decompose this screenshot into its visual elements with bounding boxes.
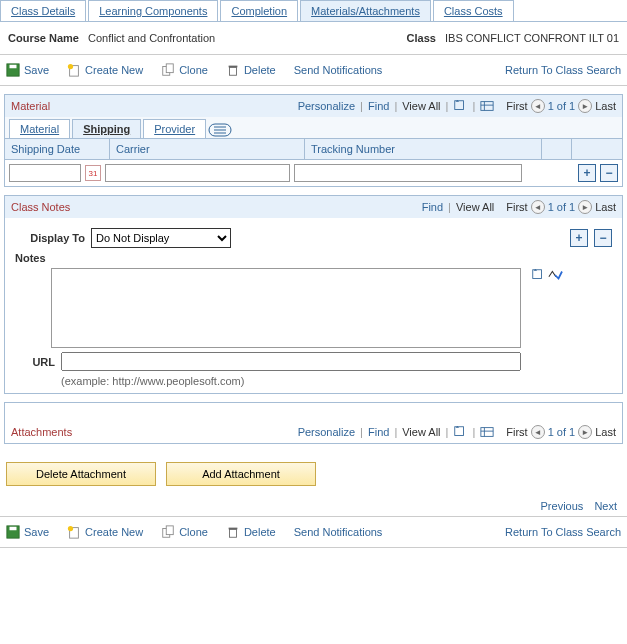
attach-prev-button[interactable]: ◄ [531,425,545,439]
class-notes-section: Class Notes Find | View All First ◄ 1 of… [4,195,623,394]
col-tracking[interactable]: Tracking Number [305,139,542,159]
attachments-section: Attachments Personalize | Find | View Al… [4,402,623,444]
tab-class-costs[interactable]: Class Costs [433,0,514,21]
class-notes-title: Class Notes [11,201,70,213]
create-new-button-bottom[interactable]: Create New [67,525,143,539]
course-name-label: Course Name [8,32,79,44]
delete-row-button[interactable]: − [600,164,618,182]
clone-button-bottom[interactable]: Clone [161,525,208,539]
notes-prev-button[interactable]: ◄ [531,200,545,214]
material-grid-header: Shipping Date Carrier Tracking Number [5,139,622,160]
delete-attachment-button[interactable]: Delete Attachment [6,462,156,486]
attach-view-all-link[interactable]: View All [402,426,440,438]
material-next-button[interactable]: ► [578,99,592,113]
material-grid-row: 31 + − [5,160,622,186]
col-shipping-date[interactable]: Shipping Date [5,139,110,159]
save-button-bottom[interactable]: Save [6,525,49,539]
add-attachment-button[interactable]: Add Attachment [166,462,316,486]
subtab-provider[interactable]: Provider [143,119,206,138]
material-section: Material Personalize | Find | View All |… [4,94,623,187]
notes-next-button[interactable]: ► [578,200,592,214]
send-notifications-link[interactable]: Send Notifications [294,64,383,76]
zoom-icon[interactable] [453,99,467,113]
notes-add-row-button[interactable]: + [570,229,588,247]
url-input[interactable] [61,352,521,371]
attach-first-link[interactable]: First [506,426,527,438]
grid-icon[interactable] [480,99,494,113]
attach-count: 1 of 1 [548,426,576,438]
send-notifications-link-bottom[interactable]: Send Notifications [294,526,383,538]
previous-link[interactable]: Previous [541,500,584,512]
url-label: URL [15,356,55,368]
shipping-date-input[interactable] [9,164,81,182]
svg-rect-26 [166,526,173,535]
spellcheck-icon[interactable] [547,268,563,282]
material-find-link[interactable]: Find [368,100,389,112]
page-tabs: Class Details Learning Components Comple… [0,0,627,22]
return-to-class-search-link[interactable]: Return To Class Search [505,64,621,76]
svg-rect-16 [533,270,542,279]
show-all-columns-icon[interactable] [208,122,236,138]
svg-rect-8 [455,101,464,110]
attach-next-button[interactable]: ► [578,425,592,439]
delete-button[interactable]: Delete [226,63,276,77]
create-new-button[interactable]: Create New [67,63,143,77]
zoom-notes-icon[interactable] [531,268,545,282]
calendar-icon[interactable]: 31 [85,165,101,181]
svg-rect-18 [481,428,493,437]
notes-view-all-link[interactable]: View All [456,201,494,213]
trash-icon [226,63,240,77]
action-toolbar-bottom: Save Create New Clone Delete Send Notifi… [0,516,627,548]
notes-find-link[interactable]: Find [422,201,443,213]
create-new-icon [67,63,81,77]
material-first-link[interactable]: First [506,100,527,112]
notes-textarea[interactable] [51,268,521,348]
tab-class-details[interactable]: Class Details [0,0,86,21]
svg-rect-28 [229,528,238,530]
svg-rect-7 [229,66,238,68]
delete-button-bottom[interactable]: Delete [226,525,276,539]
notes-label: Notes [15,252,55,264]
notes-first-link[interactable]: First [506,201,527,213]
clone-button[interactable]: Clone [161,63,208,77]
subtab-shipping[interactable]: Shipping [72,119,141,138]
display-to-label: Display To [15,232,85,244]
svg-point-3 [68,64,73,69]
material-view-all-link[interactable]: View All [402,100,440,112]
attachment-buttons: Delete Attachment Add Attachment [0,452,627,496]
tab-materials-attachments[interactable]: Materials/Attachments [300,0,431,21]
return-to-class-search-link-bottom[interactable]: Return To Class Search [505,526,621,538]
save-button[interactable]: Save [6,63,49,77]
attach-personalize-link[interactable]: Personalize [298,426,355,438]
notes-delete-row-button[interactable]: − [594,229,612,247]
save-icon [6,63,20,77]
save-icon [6,525,20,539]
tracking-input[interactable] [294,164,522,182]
tab-completion[interactable]: Completion [220,0,298,21]
material-subtabs: Material Shipping Provider [5,117,622,139]
attach-grid-icon[interactable] [480,425,494,439]
subtab-material[interactable]: Material [9,119,70,138]
attach-last-link[interactable]: Last [595,426,616,438]
svg-rect-22 [10,527,17,531]
notes-last-link[interactable]: Last [595,201,616,213]
display-to-select[interactable]: Do Not Display [91,228,231,248]
course-name-value: Conflict and Confrontation [88,32,215,44]
tab-learning-components[interactable]: Learning Components [88,0,218,21]
notes-count: 1 of 1 [548,201,576,213]
next-link[interactable]: Next [594,500,617,512]
trash-icon [226,525,240,539]
action-toolbar: Save Create New Clone Delete Send Notifi… [0,55,627,86]
attach-zoom-icon[interactable] [453,425,467,439]
attach-find-link[interactable]: Find [368,426,389,438]
material-prev-button[interactable]: ◄ [531,99,545,113]
material-count: 1 of 1 [548,100,576,112]
carrier-input[interactable] [105,164,290,182]
material-personalize-link[interactable]: Personalize [298,100,355,112]
material-last-link[interactable]: Last [595,100,616,112]
col-carrier[interactable]: Carrier [110,139,305,159]
class-header: Course Name Conflict and Confrontation C… [0,22,627,55]
attachments-title: Attachments [11,426,72,438]
add-row-button[interactable]: + [578,164,596,182]
clone-icon [161,63,175,77]
